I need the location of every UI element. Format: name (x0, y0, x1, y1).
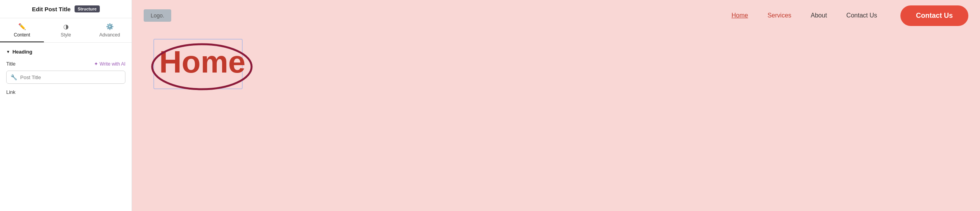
contact-us-button[interactable]: Contact Us (900, 5, 968, 26)
post-title-input[interactable] (20, 74, 121, 80)
tab-advanced-label: Advanced (99, 32, 120, 38)
title-field-label: Title (6, 61, 16, 67)
half-circle-icon: ◑ (63, 23, 69, 30)
write-with-ai-button[interactable]: ✦ Write with AI (94, 61, 125, 67)
tab-advanced[interactable]: ⚙️ Advanced (88, 18, 132, 42)
left-panel: Edit Post Title Structure ✏️ Content ◑ S… (0, 0, 132, 211)
title-field-row: Title ✦ Write with AI (6, 61, 125, 67)
nav-link-about[interactable]: About (811, 12, 827, 19)
nav-link-contact[interactable]: Contact Us (846, 12, 877, 19)
panel-content: ▼ Heading Title ✦ Write with AI 🔧 Link (0, 43, 132, 211)
nav-links: Home Services About Contact Us (732, 12, 877, 19)
nav-link-home[interactable]: Home (732, 12, 748, 19)
nav-link-services[interactable]: Services (768, 12, 791, 19)
write-ai-label: Write with AI (100, 61, 125, 67)
hero-heading-container: Home (159, 47, 245, 78)
heading-label: Heading (12, 49, 32, 55)
preview-panel: Logo. Home Services About Contact Us Con… (132, 0, 980, 211)
section-heading: ▼ Heading (6, 49, 125, 55)
nav-bar: Logo. Home Services About Contact Us Con… (132, 0, 980, 31)
panel-title: Edit Post Title (32, 6, 71, 12)
tab-style-label: Style (61, 32, 71, 38)
preview-content: Home (132, 31, 980, 211)
panel-header: Edit Post Title Structure (0, 0, 132, 18)
link-field-row: Link (6, 89, 125, 95)
wrench-icon: 🔧 (10, 74, 17, 80)
structure-badge[interactable]: Structure (75, 5, 100, 12)
gear-icon: ⚙️ (106, 23, 114, 30)
collapse-arrow-icon: ▼ (6, 50, 10, 54)
tabs-row: ✏️ Content ◑ Style ⚙️ Advanced (0, 18, 132, 43)
post-title-input-wrapper[interactable]: 🔧 (6, 71, 125, 84)
pencil-icon: ✏️ (18, 23, 26, 30)
sparkle-icon: ✦ (94, 61, 98, 67)
logo: Logo. (144, 9, 171, 22)
tab-content[interactable]: ✏️ Content (0, 18, 44, 42)
link-label: Link (6, 89, 16, 95)
tab-content-label: Content (14, 32, 30, 38)
hero-heading-text: Home (159, 45, 245, 79)
tab-style[interactable]: ◑ Style (44, 18, 88, 42)
